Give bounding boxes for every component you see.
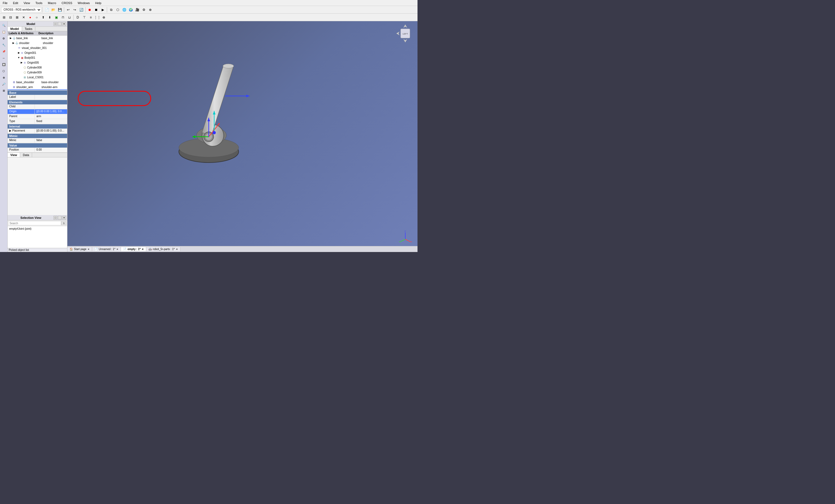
selection-maximize[interactable]: ⬜	[58, 216, 62, 220]
tb2-4[interactable]: ✕	[21, 15, 27, 20]
menu-windows[interactable]: Windows	[76, 1, 91, 5]
tree-row-cylinder009[interactable]: ⬡ Cylinder009	[7, 70, 67, 75]
tab-view[interactable]: View	[7, 153, 20, 157]
tb2-1[interactable]: ⊞	[1, 15, 7, 20]
svg-text:Z: Z	[405, 230, 406, 233]
sidebar-icon-9[interactable]: ⊕	[1, 75, 7, 80]
tab-model[interactable]: Model	[7, 27, 22, 31]
vp-tab-unnamed-close[interactable]: ✕	[116, 248, 119, 250]
menu-view[interactable]: View	[22, 1, 32, 5]
tb2-2[interactable]: ⊟	[7, 15, 14, 20]
search-input[interactable]	[8, 221, 61, 225]
tb2-6[interactable]: ○	[34, 15, 40, 20]
menu-macro[interactable]: Macro	[46, 1, 58, 5]
sidebar-icon-5[interactable]: 📌	[1, 48, 7, 54]
tb2-13[interactable]: ⊤	[81, 15, 87, 20]
tree-row-origin001[interactable]: ▶ ⊕ Origin001	[7, 50, 67, 55]
model-panel-close[interactable]: ✕	[62, 22, 66, 26]
viewport[interactable]: LEFT	[67, 21, 418, 252]
tb2-8[interactable]: ⬇	[47, 15, 53, 20]
tb2-16[interactable]: ⊕	[101, 15, 107, 20]
workbench-selector[interactable]: CROSS - ROS workbench	[1, 7, 41, 13]
tree-row-body001[interactable]: ▼ ▣ Body001	[7, 55, 67, 60]
tree-row-shoulder-arm[interactable]: ⚙ shoulder_arm shoulder-arm	[7, 84, 67, 89]
tree-row-shoulder[interactable]: ▶ ⚓ shoulder shoulder	[7, 41, 67, 45]
tree-row-base-shoulder[interactable]: ⚙ base_shoulder base-shoulder	[7, 80, 67, 84]
menu-file[interactable]: File	[1, 1, 9, 5]
vp-tab-empty-close[interactable]: ✕	[142, 248, 144, 250]
svg-text:Y: Y	[399, 241, 400, 243]
menu-help[interactable]: Help	[94, 1, 103, 5]
tb2-11[interactable]: ⊔	[66, 15, 72, 20]
tool7[interactable]: ⊕	[147, 7, 153, 13]
model-panel-maximize[interactable]: ⬜	[58, 22, 62, 26]
vp-tab-robot-close[interactable]: ✕	[176, 248, 178, 250]
vp-tab-robot[interactable]: 🤖 robot_5r-parts : 1* ✕	[146, 247, 181, 251]
tool1[interactable]: ⧉	[108, 7, 114, 13]
tb2-15[interactable]: ⋮⋮	[94, 15, 100, 20]
tree-row-visual-shoulder[interactable]: 👁 visual_shoulder_001	[7, 45, 67, 50]
undo-button[interactable]: ↩	[65, 7, 71, 13]
vp-tab-start[interactable]: 🏠 Start page ✕	[67, 247, 92, 251]
vp-tab-unnamed-label: Unnamed : 1*	[99, 248, 115, 250]
selection-restore[interactable]: □	[54, 216, 57, 220]
prop-value-mimic: false	[35, 138, 67, 143]
toggle-origin001[interactable]: ▶	[17, 52, 20, 54]
sidebar-icon-1[interactable]: 🔍	[1, 22, 7, 28]
tb2-14[interactable]: ≡	[88, 15, 94, 20]
tool3[interactable]: 🌐	[121, 7, 127, 13]
menu-tools[interactable]: Tools	[34, 1, 44, 5]
tb2-5[interactable]: ●	[27, 15, 33, 20]
sidebar-icon-2[interactable]: 📋	[1, 29, 7, 35]
tree-row-base-link[interactable]: ▶ ⚓ base_link base_link	[7, 36, 67, 41]
tree-row-origin005[interactable]: ▶ ⊕ Origin005	[7, 60, 67, 65]
tool5[interactable]: 🎥	[134, 7, 140, 13]
play-button[interactable]: ▶	[100, 7, 106, 13]
tree-row-joint[interactable]: ⚙ joint joint	[7, 89, 67, 90]
toggle-body001[interactable]: ▼	[17, 56, 20, 59]
sidebar-icon-8[interactable]: ⬡	[1, 68, 7, 74]
record-button[interactable]: ⏺	[87, 7, 93, 13]
tb2-12[interactable]: D	[75, 15, 81, 20]
toggle-base-link[interactable]: ▶	[9, 37, 12, 39]
sidebar-icon-11[interactable]: ⊞	[1, 87, 7, 94]
tb2-10[interactable]: ⊓	[60, 15, 66, 20]
sidebar-icon-4[interactable]: 🔧	[1, 42, 7, 48]
new-button[interactable]: 📄	[44, 7, 50, 13]
tree-row-local-cs[interactable]: ⊞ Local_CS001	[7, 75, 67, 80]
vp-tab-empty[interactable]: 📄 empty : 1* ✕	[121, 247, 146, 251]
tab-tasks[interactable]: Tasks	[22, 27, 35, 31]
tool4[interactable]: 🌍	[128, 7, 134, 13]
tb2-7[interactable]: ⬆	[40, 15, 46, 20]
toggle-origin005[interactable]: ▶	[20, 61, 23, 64]
prop-row-origin[interactable]: Origin [(0.00 0.00 1.00); 0.00 °; (0.00 …	[7, 109, 67, 114]
sidebar-icon-6[interactable]: ↔	[1, 55, 7, 61]
nav-cube[interactable]: LEFT	[396, 24, 415, 43]
prop-row-mimic: Mimic false	[7, 138, 67, 143]
sidebar-icon-10[interactable]: 🔎	[1, 81, 7, 87]
toggle-shoulder[interactable]: ▶	[12, 42, 15, 44]
refresh-button[interactable]: 🔄	[78, 7, 84, 13]
tb2-9[interactable]: ▣	[53, 15, 59, 20]
save-button[interactable]: 💾	[57, 7, 63, 13]
tree-area[interactable]: ▶ ⚓ base_link base_link ▶ ⚓ shoulder sho…	[7, 36, 67, 90]
svg-point-9	[223, 64, 234, 68]
tree-row-cylinder008[interactable]: ⬡ Cylinder008	[7, 65, 67, 70]
menu-cross[interactable]: CROSS	[60, 1, 74, 5]
tool6[interactable]: ⚙	[141, 7, 147, 13]
tb2-3[interactable]: ⊠	[14, 15, 20, 20]
sidebar-icon-7[interactable]: 🔲	[1, 61, 7, 67]
vp-tab-start-label: Start page	[74, 248, 86, 250]
sidebar-icon-3[interactable]: ⚙	[1, 35, 7, 41]
selection-close[interactable]: ✕	[62, 216, 66, 220]
model-panel-restore[interactable]: □	[54, 22, 57, 26]
tab-data[interactable]: Data	[20, 153, 32, 157]
menu-edit[interactable]: Edit	[12, 1, 20, 5]
redo-button[interactable]: ↪	[72, 7, 78, 13]
open-button[interactable]: 📂	[50, 7, 56, 13]
tool2[interactable]: ⬡	[115, 7, 121, 13]
stop-button[interactable]: ⏹	[93, 7, 99, 13]
vp-tab-start-close[interactable]: ✕	[87, 248, 90, 250]
label-base-link: base_link	[16, 37, 42, 40]
vp-tab-unnamed[interactable]: 📄 Unnamed : 1* ✕	[92, 247, 121, 251]
